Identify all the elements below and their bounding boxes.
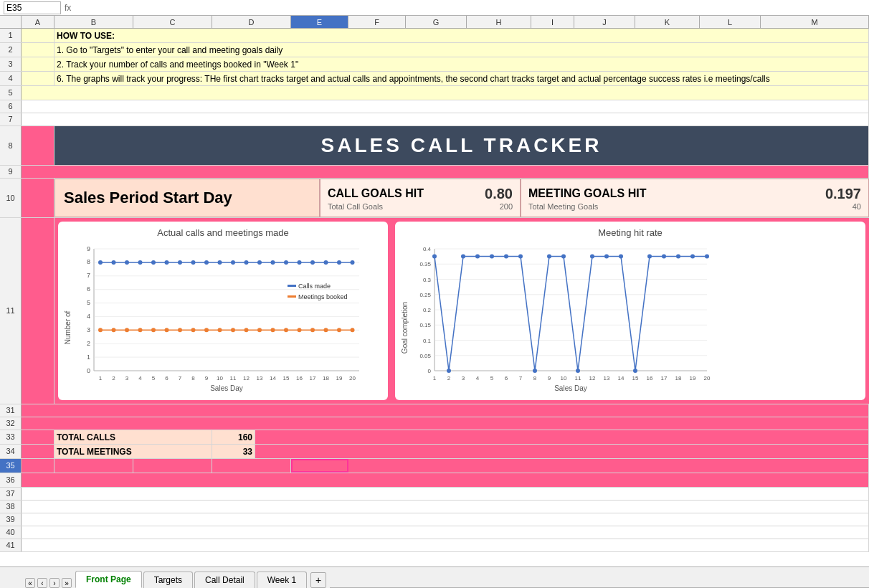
- cell-b4[interactable]: 6. The graphs will track your progress: …: [54, 72, 869, 85]
- chart1-wrapper: Actual calls and meetings made Number of: [54, 218, 391, 404]
- col-header-m[interactable]: M: [761, 16, 869, 28]
- svg-text:0: 0: [87, 367, 90, 374]
- svg-rect-84: [288, 285, 296, 287]
- col-header-b[interactable]: B: [54, 16, 133, 28]
- cell-36[interactable]: [22, 473, 869, 487]
- col-header-a[interactable]: A: [22, 16, 54, 28]
- cell-d35[interactable]: [212, 459, 291, 473]
- svg-point-114: [504, 255, 508, 259]
- svg-point-38: [298, 260, 302, 265]
- svg-text:11: 11: [575, 375, 581, 381]
- col-header-g[interactable]: G: [406, 16, 467, 28]
- tab-targets[interactable]: Targets: [143, 572, 193, 588]
- svg-text:0.2: 0.2: [423, 307, 432, 313]
- cell-31: [22, 404, 869, 417]
- tab-front-page[interactable]: Front Page: [75, 571, 142, 588]
- cell-b35[interactable]: [54, 459, 133, 473]
- svg-text:7: 7: [87, 272, 90, 279]
- nav-next[interactable]: ›: [49, 578, 60, 588]
- col-header-e[interactable]: E: [291, 16, 348, 28]
- svg-text:2: 2: [87, 340, 90, 347]
- total-calls-label: TOTAL CALLS: [54, 430, 212, 444]
- svg-point-39: [310, 260, 315, 265]
- col-header-l[interactable]: L: [700, 16, 761, 28]
- cell-41[interactable]: [22, 539, 869, 551]
- svg-text:3: 3: [462, 375, 465, 381]
- svg-point-25: [125, 260, 129, 265]
- svg-text:20: 20: [704, 375, 711, 381]
- svg-point-53: [231, 328, 235, 332]
- cell-e35-selected[interactable]: [291, 459, 348, 473]
- col-header-c[interactable]: C: [133, 16, 212, 28]
- col-header-i[interactable]: I: [531, 16, 574, 28]
- cell-a35[interactable]: [22, 459, 54, 473]
- tab-bar: « ‹ › » Front Page Targets Call Detail W…: [0, 566, 869, 588]
- cell-c35[interactable]: [133, 459, 212, 473]
- svg-text:15: 15: [632, 375, 639, 381]
- row-40: 40: [0, 526, 869, 539]
- grid-body: 1 HOW TO USE: 2 1. Go to "Targets" to en…: [0, 29, 869, 566]
- svg-text:6: 6: [165, 375, 168, 381]
- svg-text:4: 4: [87, 313, 90, 320]
- cell-b6[interactable]: [22, 100, 869, 113]
- cell-40[interactable]: [22, 526, 869, 539]
- svg-text:7: 7: [179, 375, 182, 381]
- tab-week-1[interactable]: Week 1: [257, 572, 307, 588]
- cell-b2[interactable]: 1. Go to "Targets" to enter your call an…: [54, 43, 869, 57]
- svg-point-27: [151, 260, 156, 265]
- cell-b5[interactable]: [22, 86, 869, 100]
- name-box[interactable]: [4, 1, 61, 14]
- col-header-j[interactable]: J: [574, 16, 635, 28]
- svg-text:9: 9: [87, 245, 90, 252]
- meeting-goals-label: MEETING GOALS HIT: [528, 187, 646, 200]
- svg-text:14: 14: [270, 375, 276, 381]
- cell-a1[interactable]: [22, 29, 54, 42]
- cell-38[interactable]: [22, 501, 869, 513]
- col-header-k[interactable]: K: [635, 16, 700, 28]
- tab-add-button[interactable]: +: [310, 572, 326, 588]
- svg-point-55: [257, 328, 262, 332]
- cell-37[interactable]: [22, 488, 869, 500]
- svg-point-123: [633, 369, 637, 373]
- col-header-d[interactable]: D: [212, 16, 291, 28]
- chart2-title: Meeting hit rate: [399, 227, 862, 238]
- cell-39[interactable]: [22, 513, 869, 526]
- row-3: 3 2. Track your number of calls and meet…: [0, 57, 869, 72]
- cell-a4[interactable]: [22, 72, 54, 85]
- svg-point-127: [690, 255, 695, 259]
- svg-text:20: 20: [349, 375, 356, 381]
- svg-text:18: 18: [323, 375, 329, 381]
- col-header-h[interactable]: H: [467, 16, 531, 28]
- cell-b3[interactable]: 2. Track your number of calls and meetin…: [54, 57, 869, 71]
- cell-rest-35[interactable]: [348, 459, 869, 473]
- nav-prev[interactable]: ‹: [37, 578, 47, 588]
- fx-icon: fx: [65, 3, 71, 13]
- svg-text:Sales Day: Sales Day: [554, 384, 587, 392]
- svg-point-45: [125, 328, 129, 332]
- tab-call-detail[interactable]: Call Detail: [194, 572, 255, 588]
- cell-a2[interactable]: [22, 43, 54, 57]
- nav-last[interactable]: »: [62, 578, 72, 588]
- svg-text:13: 13: [257, 375, 263, 381]
- cell-a33: [22, 430, 54, 444]
- row-5: 5: [0, 86, 869, 100]
- cell-b9: [22, 166, 869, 178]
- total-meeting-goals-label: Total Meeting Goals: [528, 202, 598, 211]
- svg-point-30: [191, 260, 196, 265]
- row-10-stats: 10 Sales Period Start Day CALL GOALS HIT…: [0, 179, 869, 218]
- svg-point-61: [337, 328, 341, 332]
- cell-b7[interactable]: [22, 113, 869, 125]
- row-num-34: 34: [0, 445, 22, 458]
- svg-text:8: 8: [533, 375, 537, 381]
- nav-first[interactable]: «: [25, 578, 35, 588]
- meeting-goals-box: MEETING GOALS HIT 0.197 Total Meeting Go…: [521, 179, 869, 217]
- svg-point-40: [324, 260, 328, 265]
- cell-a3[interactable]: [22, 57, 54, 71]
- svg-text:Sales Day: Sales Day: [210, 384, 243, 392]
- cell-a-charts: [22, 218, 54, 404]
- svg-point-49: [178, 328, 182, 332]
- row-num-7: 7: [0, 113, 22, 125]
- svg-point-28: [165, 260, 169, 265]
- col-header-f[interactable]: F: [348, 16, 406, 28]
- cell-b1[interactable]: HOW TO USE:: [54, 29, 869, 42]
